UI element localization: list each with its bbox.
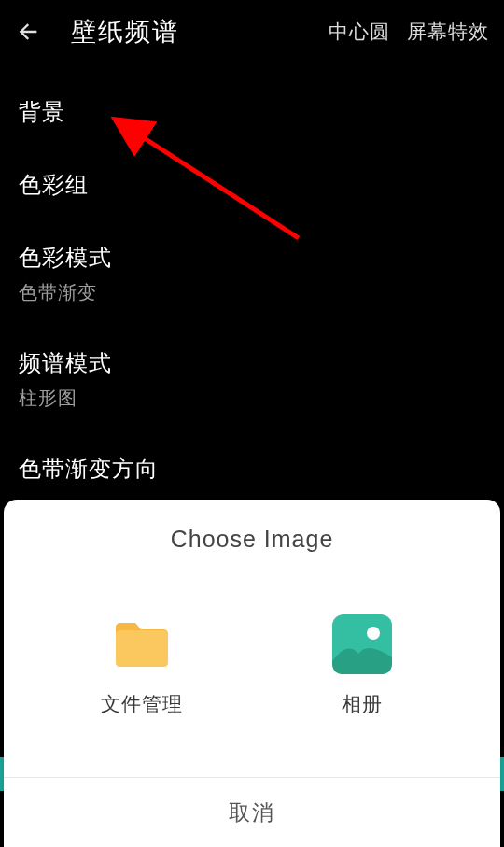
cancel-button[interactable]: 取消	[4, 778, 500, 847]
folder-icon	[110, 613, 174, 676]
row-title: 频谱模式	[19, 348, 485, 378]
row-gradient-direction[interactable]: 色带渐变方向	[19, 433, 485, 506]
option-label: 文件管理	[101, 691, 183, 717]
row-value: 柱形图	[19, 386, 485, 411]
header: 壁纸频谱 中心圆 屏幕特效	[0, 0, 504, 64]
row-title: 色彩组	[19, 170, 485, 200]
settings-list: 背景 色彩组 色彩模式 色带渐变 频谱模式 柱形图 色带渐变方向	[0, 64, 504, 506]
tab-screen-fx[interactable]: 屏幕特效	[407, 19, 489, 45]
tab-center-circle[interactable]: 中心圆	[329, 19, 390, 45]
row-value: 色带渐变	[19, 280, 485, 305]
back-button[interactable]	[15, 11, 56, 52]
sheet-options: 文件管理 相册	[4, 562, 500, 777]
row-color-mode[interactable]: 色彩模式 色带渐变	[19, 222, 485, 328]
page-title: 壁纸频谱	[71, 15, 179, 49]
option-gallery[interactable]: 相册	[301, 613, 423, 717]
row-title: 色彩模式	[19, 243, 485, 273]
svg-point-1	[367, 627, 380, 640]
image-icon	[330, 613, 394, 676]
sheet-title: Choose Image	[4, 500, 500, 562]
option-file-manager[interactable]: 文件管理	[81, 613, 203, 717]
row-title: 色带渐变方向	[19, 454, 485, 484]
row-spectrum-mode[interactable]: 频谱模式 柱形图	[19, 328, 485, 433]
row-background[interactable]: 背景	[19, 77, 485, 149]
row-color-group[interactable]: 色彩组	[19, 149, 485, 222]
option-label: 相册	[342, 691, 383, 717]
arrow-left-icon	[15, 19, 41, 45]
choose-image-sheet: Choose Image 文件管理 相册 取消	[4, 500, 500, 847]
row-title: 背景	[19, 97, 485, 127]
